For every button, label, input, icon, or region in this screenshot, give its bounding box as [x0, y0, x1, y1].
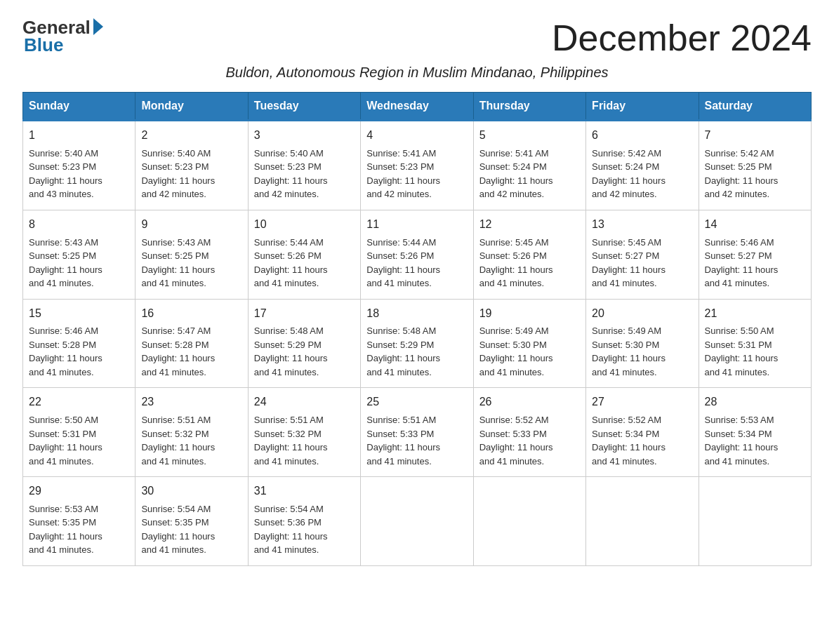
day-number: 16	[141, 305, 241, 323]
day-number: 1	[29, 127, 129, 145]
calendar-cell: 31Sunrise: 5:54 AMSunset: 5:36 PMDayligh…	[248, 477, 360, 566]
calendar-week-3: 15Sunrise: 5:46 AMSunset: 5:28 PMDayligh…	[23, 299, 812, 388]
day-info: Sunrise: 5:48 AMSunset: 5:29 PMDaylight:…	[366, 324, 467, 379]
header-sunday: Sunday	[23, 93, 135, 121]
day-info: Sunrise: 5:44 AMSunset: 5:26 PMDaylight:…	[366, 236, 467, 290]
day-number: 26	[479, 394, 580, 411]
day-number: 6	[592, 127, 692, 145]
day-number: 23	[141, 394, 241, 411]
subtitle: Buldon, Autonomous Region in Muslim Mind…	[22, 65, 812, 81]
calendar-week-1: 1Sunrise: 5:40 AMSunset: 5:23 PMDaylight…	[23, 121, 812, 210]
calendar-cell: 23Sunrise: 5:51 AMSunset: 5:32 PMDayligh…	[135, 388, 248, 477]
calendar-cell: 24Sunrise: 5:51 AMSunset: 5:32 PMDayligh…	[248, 388, 360, 477]
day-info: Sunrise: 5:40 AMSunset: 5:23 PMDaylight:…	[141, 147, 241, 201]
day-number: 29	[29, 483, 129, 500]
day-number: 10	[254, 216, 355, 234]
calendar-cell: 30Sunrise: 5:54 AMSunset: 5:35 PMDayligh…	[135, 477, 248, 566]
calendar-cell: 17Sunrise: 5:48 AMSunset: 5:29 PMDayligh…	[248, 299, 360, 388]
calendar-cell: 5Sunrise: 5:41 AMSunset: 5:24 PMDaylight…	[473, 121, 585, 210]
day-info: Sunrise: 5:49 AMSunset: 5:30 PMDaylight:…	[592, 324, 692, 379]
calendar-cell: 14Sunrise: 5:46 AMSunset: 5:27 PMDayligh…	[699, 210, 811, 299]
header-wednesday: Wednesday	[361, 93, 473, 121]
calendar-cell: 2Sunrise: 5:40 AMSunset: 5:23 PMDaylight…	[135, 121, 248, 210]
day-info: Sunrise: 5:50 AMSunset: 5:31 PMDaylight:…	[705, 324, 805, 379]
day-info: Sunrise: 5:42 AMSunset: 5:24 PMDaylight:…	[592, 147, 692, 201]
logo-arrow-icon	[93, 18, 103, 35]
day-number: 13	[592, 216, 692, 234]
day-number: 8	[29, 216, 129, 234]
calendar-cell: 9Sunrise: 5:43 AMSunset: 5:25 PMDaylight…	[135, 210, 248, 299]
calendar-cell: 29Sunrise: 5:53 AMSunset: 5:35 PMDayligh…	[23, 477, 135, 566]
day-info: Sunrise: 5:45 AMSunset: 5:26 PMDaylight:…	[479, 236, 580, 290]
day-number: 7	[705, 127, 805, 145]
day-number: 17	[254, 305, 355, 323]
logo: General Blue	[22, 17, 103, 56]
day-info: Sunrise: 5:41 AMSunset: 5:24 PMDaylight:…	[479, 147, 580, 201]
calendar-cell: 12Sunrise: 5:45 AMSunset: 5:26 PMDayligh…	[473, 210, 585, 299]
day-info: Sunrise: 5:51 AMSunset: 5:32 PMDaylight:…	[141, 413, 241, 468]
day-number: 18	[366, 305, 467, 323]
calendar-cell: 8Sunrise: 5:43 AMSunset: 5:25 PMDaylight…	[23, 210, 135, 299]
calendar-cell: 27Sunrise: 5:52 AMSunset: 5:34 PMDayligh…	[586, 388, 699, 477]
calendar-cell: 3Sunrise: 5:40 AMSunset: 5:23 PMDaylight…	[248, 121, 360, 210]
day-number: 5	[479, 127, 580, 145]
day-info: Sunrise: 5:53 AMSunset: 5:35 PMDaylight:…	[29, 502, 129, 557]
calendar-cell: 26Sunrise: 5:52 AMSunset: 5:33 PMDayligh…	[473, 388, 585, 477]
calendar-cell: 11Sunrise: 5:44 AMSunset: 5:26 PMDayligh…	[361, 210, 473, 299]
day-info: Sunrise: 5:42 AMSunset: 5:25 PMDaylight:…	[705, 147, 805, 201]
calendar-cell: 28Sunrise: 5:53 AMSunset: 5:34 PMDayligh…	[699, 388, 811, 477]
calendar-cell: 21Sunrise: 5:50 AMSunset: 5:31 PMDayligh…	[699, 299, 811, 388]
calendar-cell	[586, 477, 699, 566]
calendar-cell: 16Sunrise: 5:47 AMSunset: 5:28 PMDayligh…	[135, 299, 248, 388]
day-info: Sunrise: 5:53 AMSunset: 5:34 PMDaylight:…	[705, 413, 805, 468]
day-number: 4	[366, 127, 467, 145]
calendar-cell: 10Sunrise: 5:44 AMSunset: 5:26 PMDayligh…	[248, 210, 360, 299]
day-number: 28	[705, 394, 805, 411]
day-number: 19	[479, 305, 580, 323]
calendar-cell: 15Sunrise: 5:46 AMSunset: 5:28 PMDayligh…	[23, 299, 135, 388]
day-number: 30	[141, 483, 241, 500]
day-number: 11	[366, 216, 467, 234]
day-number: 21	[705, 305, 805, 323]
calendar-cell: 13Sunrise: 5:45 AMSunset: 5:27 PMDayligh…	[586, 210, 699, 299]
day-number: 22	[29, 394, 129, 411]
day-info: Sunrise: 5:48 AMSunset: 5:29 PMDaylight:…	[254, 324, 355, 379]
day-info: Sunrise: 5:49 AMSunset: 5:30 PMDaylight:…	[479, 324, 580, 379]
header-saturday: Saturday	[699, 93, 811, 121]
day-info: Sunrise: 5:54 AMSunset: 5:35 PMDaylight:…	[141, 502, 241, 557]
calendar-cell: 6Sunrise: 5:42 AMSunset: 5:24 PMDaylight…	[586, 121, 699, 210]
logo-blue-text: Blue	[24, 34, 63, 56]
day-info: Sunrise: 5:40 AMSunset: 5:23 PMDaylight:…	[254, 147, 355, 201]
calendar-week-5: 29Sunrise: 5:53 AMSunset: 5:35 PMDayligh…	[23, 477, 812, 566]
calendar-cell: 18Sunrise: 5:48 AMSunset: 5:29 PMDayligh…	[361, 299, 473, 388]
calendar-cell: 1Sunrise: 5:40 AMSunset: 5:23 PMDaylight…	[23, 121, 135, 210]
day-number: 25	[366, 394, 467, 411]
header-tuesday: Tuesday	[248, 93, 360, 121]
day-number: 24	[254, 394, 355, 411]
day-number: 2	[141, 127, 241, 145]
day-info: Sunrise: 5:47 AMSunset: 5:28 PMDaylight:…	[141, 324, 241, 379]
day-number: 14	[705, 216, 805, 234]
page-title: December 2024	[552, 17, 812, 59]
day-number: 31	[254, 483, 355, 500]
day-info: Sunrise: 5:51 AMSunset: 5:32 PMDaylight:…	[254, 413, 355, 468]
calendar-cell: 22Sunrise: 5:50 AMSunset: 5:31 PMDayligh…	[23, 388, 135, 477]
calendar-week-4: 22Sunrise: 5:50 AMSunset: 5:31 PMDayligh…	[23, 388, 812, 477]
calendar-header-row: SundayMondayTuesdayWednesdayThursdayFrid…	[23, 93, 812, 121]
header-friday: Friday	[586, 93, 699, 121]
calendar-cell	[699, 477, 811, 566]
day-number: 3	[254, 127, 355, 145]
day-info: Sunrise: 5:43 AMSunset: 5:25 PMDaylight:…	[29, 236, 129, 290]
calendar-week-2: 8Sunrise: 5:43 AMSunset: 5:25 PMDaylight…	[23, 210, 812, 299]
calendar-cell: 20Sunrise: 5:49 AMSunset: 5:30 PMDayligh…	[586, 299, 699, 388]
page-header: General Blue December 2024	[22, 17, 812, 59]
calendar-cell: 4Sunrise: 5:41 AMSunset: 5:23 PMDaylight…	[361, 121, 473, 210]
day-number: 15	[29, 305, 129, 323]
day-info: Sunrise: 5:41 AMSunset: 5:23 PMDaylight:…	[366, 147, 467, 201]
day-info: Sunrise: 5:51 AMSunset: 5:33 PMDaylight:…	[366, 413, 467, 468]
day-number: 27	[592, 394, 692, 411]
day-info: Sunrise: 5:44 AMSunset: 5:26 PMDaylight:…	[254, 236, 355, 290]
day-info: Sunrise: 5:46 AMSunset: 5:27 PMDaylight:…	[705, 236, 805, 290]
day-info: Sunrise: 5:52 AMSunset: 5:34 PMDaylight:…	[592, 413, 692, 468]
day-info: Sunrise: 5:50 AMSunset: 5:31 PMDaylight:…	[29, 413, 129, 468]
